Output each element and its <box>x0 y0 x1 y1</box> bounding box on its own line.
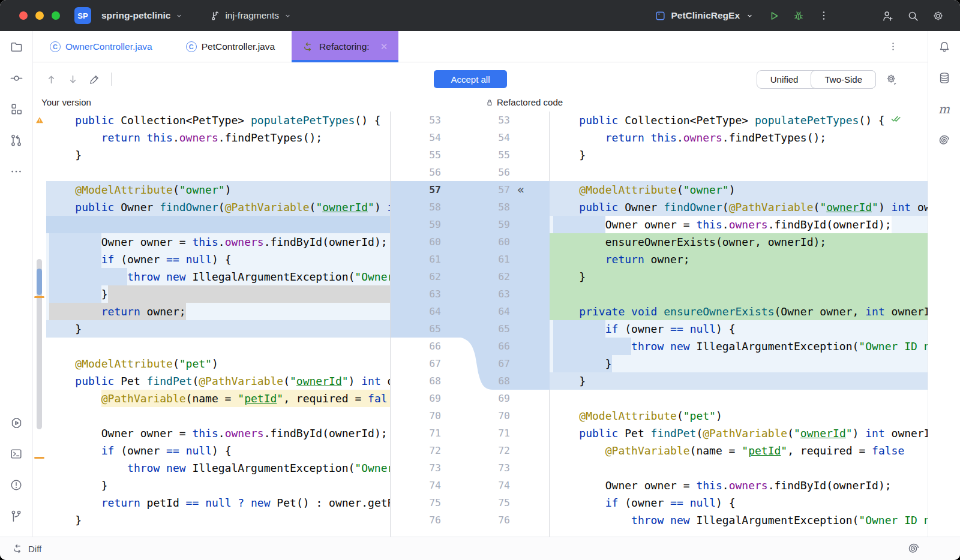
code-line[interactable]: public Pet findPet(@PathVariable("ownerI… <box>550 424 928 442</box>
code-line[interactable]: if (owner == null) { <box>550 494 928 511</box>
code-line[interactable]: @PathVariable(name = "petId", required =… <box>46 390 390 407</box>
code-line[interactable]: } <box>46 146 390 164</box>
project-widget[interactable]: spring-petclinic <box>97 7 189 25</box>
code-line[interactable]: if (owner == null) { <box>46 442 390 459</box>
code-line[interactable] <box>550 390 928 407</box>
code-line[interactable]: public Owner findOwner(@PathVariable("ow… <box>46 198 390 216</box>
code-line[interactable]: return owner; <box>46 303 390 320</box>
maven-tool-button[interactable]: m <box>932 97 956 121</box>
code-line[interactable]: if (owner == null) { <box>550 320 928 338</box>
change-marker[interactable] <box>37 269 42 295</box>
code-line[interactable]: return petId == null ? new Pet() : owner… <box>46 494 390 511</box>
search-everywhere-button[interactable] <box>902 5 923 26</box>
tab-options-button[interactable] <box>887 31 899 62</box>
code-with-me-button[interactable] <box>877 5 898 26</box>
view-mode-two-side[interactable]: Two-Side <box>811 70 876 89</box>
tab-pet-controller[interactable]: C PetController.java <box>169 31 292 62</box>
code-line[interactable]: throw new IllegalArgumentException("Owne… <box>46 268 390 285</box>
code-line[interactable] <box>46 216 390 233</box>
code-line[interactable]: @ModelAttribute("owner") <box>550 181 928 198</box>
code-line[interactable]: } <box>550 146 928 164</box>
inspections-ok-icon[interactable] <box>889 113 901 124</box>
code-line[interactable]: public Owner findOwner(@PathVariable("ow… <box>550 198 928 216</box>
code-line[interactable]: public Collection<PetType> populatePetTy… <box>550 112 928 129</box>
code-line[interactable]: } <box>550 268 928 285</box>
more-run-actions-button[interactable] <box>814 5 834 26</box>
code-line[interactable]: @ModelAttribute("pet") <box>46 355 390 372</box>
code-token: , required = <box>787 442 872 459</box>
code-token <box>49 424 101 442</box>
warning-stripe-marker[interactable] <box>34 296 44 298</box>
code-line[interactable]: throw new IllegalArgumentException("Owne… <box>46 459 390 477</box>
code-line[interactable]: } <box>550 355 928 372</box>
code-line[interactable]: return this.owners.findPetTypes(); <box>550 129 928 146</box>
code-line[interactable]: private void ensureOwnerExists(Owner own… <box>550 303 928 320</box>
code-line[interactable]: return this.owners.findPetTypes(); <box>46 129 390 146</box>
database-tool-button[interactable] <box>932 66 956 90</box>
previous-change-button[interactable] <box>41 70 61 89</box>
commit-tool-button[interactable] <box>4 66 28 90</box>
run-button[interactable] <box>763 5 784 26</box>
branch-widget[interactable]: inj-fragments <box>205 6 298 25</box>
code-line[interactable] <box>550 459 928 477</box>
pull-requests-tool-button[interactable] <box>4 128 28 152</box>
ai-status-icon[interactable] <box>907 542 948 555</box>
diff-right-pane[interactable]: public Collection<PetType> populatePetTy… <box>550 112 928 537</box>
structure-tool-button[interactable] <box>4 97 28 121</box>
status-mode-widget[interactable]: Diff <box>12 543 41 555</box>
code-line[interactable]: return owner; <box>550 251 928 268</box>
accept-all-button[interactable]: Accept all <box>434 70 507 88</box>
problems-tool-button[interactable] <box>4 473 28 497</box>
code-token: this <box>651 129 677 146</box>
code-line[interactable]: throw new IllegalArgumentException("Owne… <box>550 338 928 355</box>
diff-settings-button[interactable] <box>882 70 901 89</box>
code-token: ) <box>878 198 892 216</box>
code-line[interactable]: throw new IllegalArgumentException("Owne… <box>550 511 928 529</box>
code-token: } <box>49 146 82 164</box>
code-line[interactable]: @ModelAttribute("pet") <box>550 407 928 424</box>
version-control-tool-button[interactable] <box>4 504 28 528</box>
notifications-button[interactable] <box>932 35 956 59</box>
code-line[interactable]: } <box>46 285 390 303</box>
code-line[interactable]: public Pet findPet(@PathVariable("ownerI… <box>46 372 390 390</box>
minimize-window-button[interactable] <box>35 11 44 20</box>
close-window-button[interactable] <box>19 11 28 20</box>
zoom-window-button[interactable] <box>52 11 60 20</box>
code-line[interactable]: Owner owner = this.owners.findById(owner… <box>46 424 390 442</box>
edit-button[interactable] <box>85 70 104 89</box>
more-tools-button[interactable] <box>4 159 28 183</box>
code-line[interactable]: } <box>46 511 390 529</box>
code-line[interactable] <box>550 164 928 181</box>
code-line[interactable]: } <box>46 477 390 494</box>
code-line[interactable] <box>46 338 390 355</box>
tab-refactoring[interactable]: Refactoring: ✕ <box>292 31 398 62</box>
code-line[interactable] <box>46 407 390 424</box>
close-tab-icon[interactable]: ✕ <box>380 41 388 52</box>
apply-chunk-icon[interactable]: « <box>517 181 524 198</box>
services-tool-button[interactable] <box>4 411 28 435</box>
view-mode-unified[interactable]: Unified <box>757 71 812 88</box>
code-line[interactable]: } <box>46 320 390 338</box>
code-line[interactable]: Owner owner = this.owners.findById(owner… <box>550 216 928 233</box>
project-tool-button[interactable] <box>4 35 28 59</box>
code-line[interactable]: ensureOwnerExists(owner, ownerId); <box>550 233 928 251</box>
debug-button[interactable] <box>788 5 809 26</box>
code-line[interactable]: Owner owner = this.owners.findById(owner… <box>550 477 928 494</box>
run-configuration-widget[interactable]: PetClinicRegEx <box>655 10 755 22</box>
code-line[interactable]: if (owner == null) { <box>46 251 390 268</box>
warning-stripe-marker[interactable] <box>34 457 44 459</box>
diff-left-pane[interactable]: public Collection<PetType> populatePetTy… <box>33 112 391 537</box>
ai-assistant-tool-button[interactable] <box>932 128 956 152</box>
code-token <box>199 494 205 511</box>
settings-button[interactable] <box>928 5 948 26</box>
code-line[interactable] <box>46 164 390 181</box>
code-line[interactable]: Owner owner = this.owners.findById(owner… <box>46 233 390 251</box>
tab-owner-controller[interactable]: C OwnerController.java <box>33 31 169 62</box>
code-line[interactable]: @PathVariable(name = "petId", required =… <box>550 442 928 459</box>
terminal-tool-button[interactable] <box>4 442 28 466</box>
code-line[interactable]: public Collection<PetType> populatePetTy… <box>46 112 390 129</box>
code-line[interactable]: } <box>550 372 928 390</box>
next-change-button[interactable] <box>63 70 82 89</box>
code-line[interactable] <box>550 285 928 303</box>
code-line[interactable]: @ModelAttribute("owner") <box>46 181 390 198</box>
